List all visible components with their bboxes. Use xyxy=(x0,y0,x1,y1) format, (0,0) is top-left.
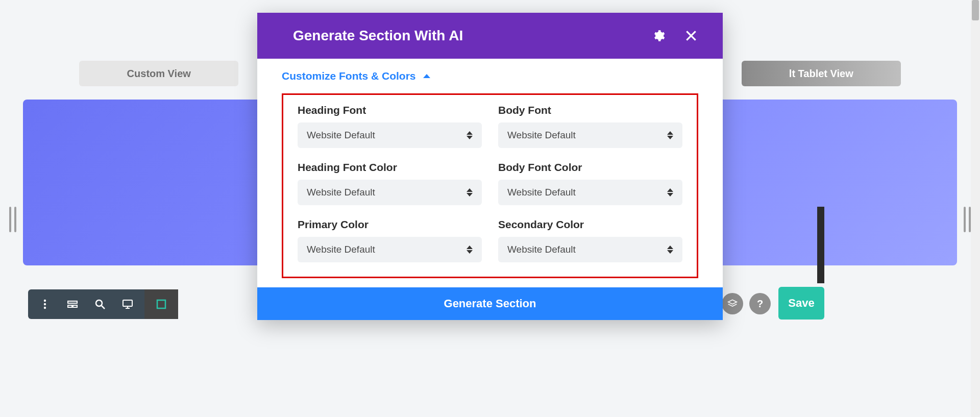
field-body-font-color: Body Font Color Website Default xyxy=(498,161,682,205)
svg-line-7 xyxy=(102,306,105,309)
layers-icon xyxy=(727,299,738,309)
sort-arrows-icon xyxy=(467,131,473,139)
field-primary-color: Primary Color Website Default xyxy=(298,218,482,262)
generate-section-button[interactable]: Generate Section xyxy=(257,287,723,320)
layout-button[interactable] xyxy=(59,289,86,319)
primary-color-select[interactable]: Website Default xyxy=(298,237,482,262)
desktop-icon xyxy=(121,298,134,310)
heading-font-label: Heading Font xyxy=(298,104,482,116)
help-round-button[interactable]: ? xyxy=(749,293,771,314)
heading-font-color-value: Website Default xyxy=(307,187,375,198)
heading-font-color-select[interactable]: Website Default xyxy=(298,180,482,205)
svg-point-0 xyxy=(44,300,46,302)
modal-header: Generate Section With AI xyxy=(257,13,723,59)
kebab-menu[interactable] xyxy=(31,289,59,319)
field-secondary-color: Secondary Color Website Default xyxy=(498,218,682,262)
body-font-label: Body Font xyxy=(498,104,682,116)
svg-marker-14 xyxy=(728,300,737,304)
body-font-select[interactable]: Website Default xyxy=(498,122,682,148)
sort-arrows-icon xyxy=(667,246,673,254)
modal-settings-button[interactable] xyxy=(651,29,666,43)
modal-close-button[interactable] xyxy=(684,29,698,43)
help-icon: ? xyxy=(757,298,763,310)
sort-arrows-icon xyxy=(667,188,673,197)
svg-rect-5 xyxy=(73,305,77,307)
desktop-button[interactable] xyxy=(114,289,141,319)
grid-icon xyxy=(155,298,167,310)
body-font-color-value: Website Default xyxy=(507,187,576,198)
sort-arrows-icon xyxy=(667,131,673,139)
svg-rect-11 xyxy=(157,300,165,308)
secondary-color-select[interactable]: Website Default xyxy=(498,237,682,262)
collapsible-label: Customize Fonts & Colors xyxy=(282,70,416,82)
svg-rect-3 xyxy=(68,301,77,303)
primary-color-label: Primary Color xyxy=(298,218,482,231)
modal-title: Generate Section With AI xyxy=(293,28,463,44)
field-body-font: Body Font Website Default xyxy=(498,104,682,148)
svg-rect-4 xyxy=(68,305,72,307)
toolbar-dark-segment xyxy=(28,289,144,319)
svg-point-6 xyxy=(96,300,102,306)
layout-icon xyxy=(66,298,79,310)
close-icon xyxy=(684,29,698,42)
zoom-icon xyxy=(94,298,106,310)
scrollbar-thumb[interactable] xyxy=(972,0,979,20)
secondary-color-label: Secondary Color xyxy=(498,218,682,231)
secondary-color-value: Website Default xyxy=(507,244,576,255)
sort-arrows-icon xyxy=(467,246,473,254)
tab-custom-view[interactable]: Custom View xyxy=(79,61,238,86)
modal-header-icons xyxy=(651,29,698,43)
fields-highlight-box: Heading Font Website Default Body Font W… xyxy=(282,93,698,278)
modal-body: Customize Fonts & Colors Heading Font We… xyxy=(257,59,723,287)
kebab-icon xyxy=(39,298,51,310)
tab-tablet-view[interactable]: lt Tablet View xyxy=(742,61,901,86)
save-button[interactable]: Save xyxy=(778,287,824,320)
zoom-button[interactable] xyxy=(86,289,114,319)
sort-arrows-icon xyxy=(467,188,473,197)
customize-fonts-colors-toggle[interactable]: Customize Fonts & Colors xyxy=(282,70,698,82)
svg-rect-8 xyxy=(123,300,132,306)
heading-font-value: Website Default xyxy=(307,130,375,141)
heading-font-select[interactable]: Website Default xyxy=(298,122,482,148)
svg-point-1 xyxy=(44,303,46,305)
body-font-value: Website Default xyxy=(507,130,576,141)
svg-point-2 xyxy=(44,307,46,309)
heading-font-color-label: Heading Font Color xyxy=(298,161,482,174)
resize-handle-left[interactable] xyxy=(5,204,20,235)
panel-edge xyxy=(817,207,824,283)
body-font-color-select[interactable]: Website Default xyxy=(498,180,682,205)
grid-button[interactable] xyxy=(148,289,175,319)
generate-section-modal: Generate Section With AI Customize Fonts… xyxy=(257,13,723,320)
gear-icon xyxy=(652,29,665,42)
field-heading-font: Heading Font Website Default xyxy=(298,104,482,148)
field-heading-font-color: Heading Font Color Website Default xyxy=(298,161,482,205)
toolbar-green-segment xyxy=(144,289,178,319)
layers-round-button[interactable] xyxy=(722,293,743,314)
primary-color-value: Website Default xyxy=(307,244,375,255)
caret-up-icon xyxy=(423,74,430,78)
body-font-color-label: Body Font Color xyxy=(498,161,682,174)
scrollbar[interactable] xyxy=(971,0,980,417)
